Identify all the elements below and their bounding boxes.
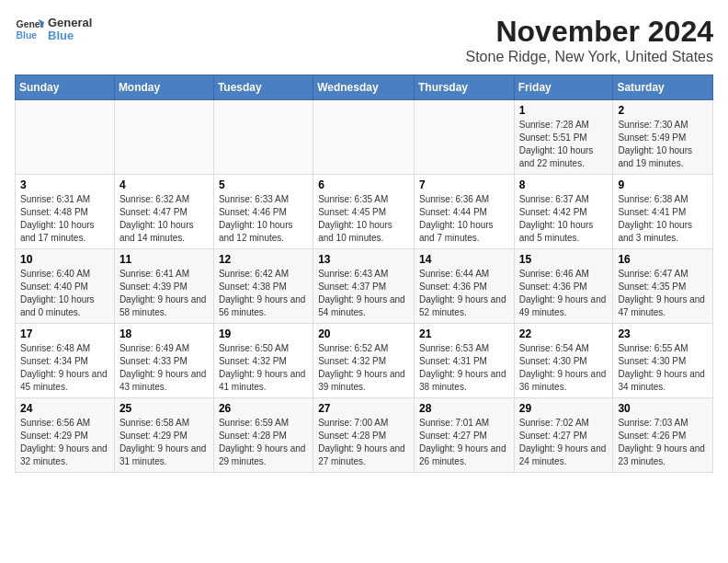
day-number: 27: [318, 402, 409, 415]
day-number: 2: [618, 104, 708, 117]
calendar-cell: 17Sunrise: 6:48 AM Sunset: 4:34 PM Dayli…: [16, 324, 115, 398]
calendar-cell: [313, 100, 415, 175]
day-number: 11: [119, 253, 209, 266]
day-info: Sunrise: 6:53 AM Sunset: 4:31 PM Dayligh…: [419, 342, 509, 394]
day-info: Sunrise: 6:37 AM Sunset: 4:42 PM Dayligh…: [519, 193, 609, 245]
day-info: Sunrise: 6:43 AM Sunset: 4:37 PM Dayligh…: [318, 268, 409, 319]
calendar-cell: 16Sunrise: 6:47 AM Sunset: 4:35 PM Dayli…: [613, 249, 713, 324]
day-number: 1: [519, 104, 609, 117]
calendar-week-1: 1Sunrise: 7:28 AM Sunset: 5:51 PM Daylig…: [16, 100, 713, 175]
calendar-body: 1Sunrise: 7:28 AM Sunset: 5:51 PM Daylig…: [16, 100, 713, 473]
calendar-table: SundayMondayTuesdayWednesdayThursdayFrid…: [15, 75, 713, 473]
day-info: Sunrise: 6:48 AM Sunset: 4:34 PM Dayligh…: [20, 342, 109, 394]
calendar-cell: 2Sunrise: 7:30 AM Sunset: 5:49 PM Daylig…: [613, 100, 713, 175]
location-title: Stone Ridge, New York, United States: [466, 49, 714, 65]
calendar-cell: 20Sunrise: 6:52 AM Sunset: 4:32 PM Dayli…: [313, 324, 415, 398]
day-number: 8: [519, 178, 609, 191]
day-info: Sunrise: 7:03 AM Sunset: 4:26 PM Dayligh…: [618, 417, 708, 468]
calendar-cell: [414, 100, 514, 175]
day-info: Sunrise: 7:01 AM Sunset: 4:27 PM Dayligh…: [419, 417, 509, 468]
day-info: Sunrise: 6:50 AM Sunset: 4:32 PM Dayligh…: [219, 342, 308, 394]
calendar-week-4: 17Sunrise: 6:48 AM Sunset: 4:34 PM Dayli…: [16, 324, 713, 398]
calendar-cell: [213, 100, 313, 175]
day-info: Sunrise: 6:31 AM Sunset: 4:48 PM Dayligh…: [20, 193, 109, 245]
weekday-header-tuesday: Tuesday: [213, 75, 313, 100]
day-number: 4: [119, 178, 209, 191]
day-number: 20: [318, 327, 409, 340]
calendar-week-3: 10Sunrise: 6:40 AM Sunset: 4:40 PM Dayli…: [16, 249, 713, 324]
weekday-header-friday: Friday: [514, 75, 613, 100]
calendar-header: SundayMondayTuesdayWednesdayThursdayFrid…: [16, 75, 713, 100]
day-number: 14: [419, 253, 509, 266]
day-number: 30: [618, 402, 708, 415]
day-number: 5: [219, 178, 308, 191]
weekday-header-thursday: Thursday: [414, 75, 514, 100]
day-info: Sunrise: 7:02 AM Sunset: 4:27 PM Dayligh…: [519, 417, 609, 468]
page-header: General Blue General Blue November 2024 …: [15, 15, 713, 65]
day-info: Sunrise: 6:38 AM Sunset: 4:41 PM Dayligh…: [618, 193, 708, 245]
day-info: Sunrise: 6:59 AM Sunset: 4:28 PM Dayligh…: [219, 417, 308, 468]
day-info: Sunrise: 6:44 AM Sunset: 4:36 PM Dayligh…: [419, 268, 509, 319]
day-number: 24: [20, 402, 109, 415]
month-title: November 2024: [466, 15, 714, 49]
calendar-week-5: 24Sunrise: 6:56 AM Sunset: 4:29 PM Dayli…: [16, 398, 713, 473]
day-info: Sunrise: 7:28 AM Sunset: 5:51 PM Dayligh…: [519, 119, 609, 170]
calendar-cell: 23Sunrise: 6:55 AM Sunset: 4:30 PM Dayli…: [613, 324, 713, 398]
day-number: 18: [119, 327, 209, 340]
day-info: Sunrise: 7:00 AM Sunset: 4:28 PM Dayligh…: [318, 417, 409, 468]
calendar-cell: [114, 100, 213, 175]
day-info: Sunrise: 6:52 AM Sunset: 4:32 PM Dayligh…: [318, 342, 409, 394]
title-section: November 2024 Stone Ridge, New York, Uni…: [466, 15, 714, 65]
day-number: 28: [419, 402, 509, 415]
day-number: 7: [419, 178, 509, 191]
calendar-cell: 9Sunrise: 6:38 AM Sunset: 4:41 PM Daylig…: [613, 175, 713, 249]
calendar-cell: 6Sunrise: 6:35 AM Sunset: 4:45 PM Daylig…: [313, 175, 415, 249]
day-number: 17: [20, 327, 109, 340]
calendar-cell: 5Sunrise: 6:33 AM Sunset: 4:46 PM Daylig…: [213, 175, 313, 249]
day-info: Sunrise: 7:30 AM Sunset: 5:49 PM Dayligh…: [618, 119, 708, 170]
svg-text:Blue: Blue: [17, 30, 38, 40]
day-number: 25: [119, 402, 209, 415]
calendar-cell: 28Sunrise: 7:01 AM Sunset: 4:27 PM Dayli…: [414, 398, 514, 473]
calendar-cell: 1Sunrise: 7:28 AM Sunset: 5:51 PM Daylig…: [514, 100, 613, 175]
day-info: Sunrise: 6:54 AM Sunset: 4:30 PM Dayligh…: [519, 342, 609, 394]
logo: General Blue General Blue: [15, 15, 92, 44]
weekday-header-saturday: Saturday: [613, 75, 713, 100]
day-number: 6: [318, 178, 409, 191]
day-info: Sunrise: 6:47 AM Sunset: 4:35 PM Dayligh…: [618, 268, 708, 319]
day-number: 12: [219, 253, 308, 266]
calendar-cell: 29Sunrise: 7:02 AM Sunset: 4:27 PM Dayli…: [514, 398, 613, 473]
day-number: 3: [20, 178, 109, 191]
day-number: 22: [519, 327, 609, 340]
day-number: 13: [318, 253, 409, 266]
calendar-cell: 18Sunrise: 6:49 AM Sunset: 4:33 PM Dayli…: [114, 324, 213, 398]
day-info: Sunrise: 6:32 AM Sunset: 4:47 PM Dayligh…: [119, 193, 209, 245]
day-number: 9: [618, 178, 708, 191]
calendar-cell: 21Sunrise: 6:53 AM Sunset: 4:31 PM Dayli…: [414, 324, 514, 398]
calendar-cell: 22Sunrise: 6:54 AM Sunset: 4:30 PM Dayli…: [514, 324, 613, 398]
day-info: Sunrise: 6:35 AM Sunset: 4:45 PM Dayligh…: [318, 193, 409, 245]
day-number: 15: [519, 253, 609, 266]
calendar-cell: 27Sunrise: 7:00 AM Sunset: 4:28 PM Dayli…: [313, 398, 415, 473]
day-number: 23: [618, 327, 708, 340]
calendar-cell: 25Sunrise: 6:58 AM Sunset: 4:29 PM Dayli…: [114, 398, 213, 473]
weekday-header-row: SundayMondayTuesdayWednesdayThursdayFrid…: [16, 75, 713, 100]
day-number: 10: [20, 253, 109, 266]
day-number: 26: [219, 402, 308, 415]
day-info: Sunrise: 6:33 AM Sunset: 4:46 PM Dayligh…: [219, 193, 308, 245]
calendar-cell: 10Sunrise: 6:40 AM Sunset: 4:40 PM Dayli…: [16, 249, 115, 324]
weekday-header-monday: Monday: [114, 75, 213, 100]
calendar-cell: 30Sunrise: 7:03 AM Sunset: 4:26 PM Dayli…: [613, 398, 713, 473]
calendar-cell: 19Sunrise: 6:50 AM Sunset: 4:32 PM Dayli…: [213, 324, 313, 398]
calendar-week-2: 3Sunrise: 6:31 AM Sunset: 4:48 PM Daylig…: [16, 175, 713, 249]
weekday-header-sunday: Sunday: [16, 75, 115, 100]
calendar-cell: 7Sunrise: 6:36 AM Sunset: 4:44 PM Daylig…: [414, 175, 514, 249]
calendar-cell: 4Sunrise: 6:32 AM Sunset: 4:47 PM Daylig…: [114, 175, 213, 249]
logo-icon: General Blue: [15, 15, 44, 44]
calendar-cell: 8Sunrise: 6:37 AM Sunset: 4:42 PM Daylig…: [514, 175, 613, 249]
day-info: Sunrise: 6:36 AM Sunset: 4:44 PM Dayligh…: [419, 193, 509, 245]
calendar-cell: 15Sunrise: 6:46 AM Sunset: 4:36 PM Dayli…: [514, 249, 613, 324]
calendar-cell: 14Sunrise: 6:44 AM Sunset: 4:36 PM Dayli…: [414, 249, 514, 324]
day-info: Sunrise: 6:42 AM Sunset: 4:38 PM Dayligh…: [219, 268, 308, 319]
day-info: Sunrise: 6:58 AM Sunset: 4:29 PM Dayligh…: [119, 417, 209, 468]
